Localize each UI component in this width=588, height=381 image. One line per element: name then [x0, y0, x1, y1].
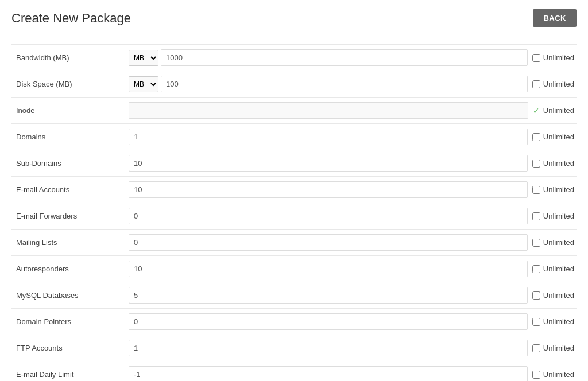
unlimited-checkbox-mailing_lists[interactable] [532, 239, 540, 247]
unlimited-group-autoresponders: Unlimited [532, 265, 574, 273]
unlimited-checkbox-email_daily_limit[interactable] [532, 371, 540, 379]
field-label-ftp_accounts: FTP Accounts [11, 335, 126, 361]
field-label-disk_space: Disk Space (MB) [11, 71, 126, 98]
field-input-cell-domains: Unlimited [126, 124, 577, 150]
unlimited-label-email_daily_limit[interactable]: Unlimited [543, 370, 574, 379]
field-input-sub_domains[interactable] [129, 155, 528, 172]
unit-select-disk_space[interactable]: MBGB [129, 76, 158, 92]
page-header: Create New Package BACK [11, 9, 577, 33]
unit-select-bandwidth[interactable]: MBGB [129, 50, 158, 66]
field-input-cell-mailing_lists: Unlimited [126, 230, 577, 256]
field-input-cell-email_accounts: Unlimited [126, 177, 577, 203]
field-label-domain_pointers: Domain Pointers [11, 309, 126, 335]
field-label-bandwidth: Bandwidth (MB) [11, 45, 126, 71]
field-input-cell-bandwidth: MBGBUnlimited [126, 45, 577, 71]
field-input-cell-email_daily_limit: Unlimited [126, 361, 577, 382]
field-input-cell-disk_space: MBGBUnlimited [126, 71, 577, 98]
form-row: FTP AccountsUnlimited [11, 335, 577, 361]
field-label-email_forwarders: E-mail Forwarders [11, 203, 126, 230]
form-row: DomainsUnlimited [11, 124, 577, 150]
unlimited-group-sub_domains: Unlimited [532, 159, 574, 168]
form-row: Mailing ListsUnlimited [11, 230, 577, 256]
form-row: E-mail AccountsUnlimited [11, 177, 577, 203]
unlimited-group-domains: Unlimited [532, 133, 574, 141]
checkmark-icon: ✓ [533, 106, 540, 115]
field-input-domain_pointers[interactable] [129, 313, 528, 330]
unlimited-checkbox-disk_space[interactable] [532, 80, 540, 88]
unlimited-group-inode: ✓Unlimited [533, 106, 574, 115]
unlimited-label-inode[interactable]: Unlimited [543, 106, 574, 115]
field-label-mysql_databases: MySQL Databases [11, 282, 126, 309]
unlimited-checkbox-domains[interactable] [532, 133, 540, 141]
field-input-bandwidth[interactable] [161, 49, 528, 66]
field-input-email_daily_limit[interactable] [129, 366, 528, 381]
unlimited-label-mysql_databases[interactable]: Unlimited [543, 291, 574, 300]
unlimited-label-domains[interactable]: Unlimited [543, 133, 574, 141]
field-input-cell-inode: ✓Unlimited [126, 98, 577, 124]
unlimited-label-email_forwarders[interactable]: Unlimited [543, 212, 574, 220]
field-input-cell-domain_pointers: Unlimited [126, 309, 577, 335]
field-input-cell-ftp_accounts: Unlimited [126, 335, 577, 361]
unlimited-group-ftp_accounts: Unlimited [532, 344, 574, 352]
form-row: Bandwidth (MB)MBGBUnlimited [11, 45, 577, 71]
field-label-mailing_lists: Mailing Lists [11, 230, 126, 256]
field-input-email_forwarders[interactable] [129, 208, 528, 224]
form-row: Domain PointersUnlimited [11, 309, 577, 335]
page-title: Create New Package [11, 11, 131, 26]
field-input-disk_space[interactable] [161, 76, 528, 92]
field-label-sub_domains: Sub-Domains [11, 150, 126, 177]
field-input-email_accounts[interactable] [129, 181, 528, 198]
field-input-mysql_databases[interactable] [129, 287, 528, 304]
form-row: MySQL DatabasesUnlimited [11, 282, 577, 309]
form-row: Inode✓Unlimited [11, 98, 577, 124]
unlimited-checkbox-sub_domains[interactable] [532, 160, 540, 168]
unlimited-checkbox-bandwidth[interactable] [532, 54, 540, 62]
form-row: Sub-DomainsUnlimited [11, 150, 577, 177]
unlimited-label-sub_domains[interactable]: Unlimited [543, 159, 574, 168]
field-input-autoresponders[interactable] [129, 261, 528, 277]
field-input-mailing_lists[interactable] [129, 234, 528, 251]
form-row: E-mail Daily LimitUnlimited [11, 361, 577, 382]
unlimited-checkbox-domain_pointers[interactable] [532, 318, 540, 326]
unlimited-checkbox-mysql_databases[interactable] [532, 291, 540, 300]
field-label-domains: Domains [11, 124, 126, 150]
unlimited-group-email_forwarders: Unlimited [532, 212, 574, 220]
unlimited-label-mailing_lists[interactable]: Unlimited [543, 238, 574, 247]
unlimited-label-bandwidth[interactable]: Unlimited [543, 53, 574, 62]
unlimited-checkbox-ftp_accounts[interactable] [532, 344, 540, 352]
form-table: Bandwidth (MB)MBGBUnlimitedDisk Space (M… [11, 44, 577, 381]
unlimited-checkbox-email_forwarders[interactable] [532, 212, 540, 220]
field-input-cell-sub_domains: Unlimited [126, 150, 577, 177]
unlimited-group-email_accounts: Unlimited [532, 185, 574, 194]
form-row: Disk Space (MB)MBGBUnlimited [11, 71, 577, 98]
unlimited-group-disk_space: Unlimited [532, 80, 574, 88]
form-row: E-mail ForwardersUnlimited [11, 203, 577, 230]
back-button[interactable]: BACK [533, 9, 577, 27]
unlimited-checkbox-autoresponders[interactable] [532, 265, 540, 273]
unlimited-group-email_daily_limit: Unlimited [532, 370, 574, 379]
unlimited-group-mailing_lists: Unlimited [532, 238, 574, 247]
unlimited-group-bandwidth: Unlimited [532, 53, 574, 62]
field-input-cell-mysql_databases: Unlimited [126, 282, 577, 309]
field-label-email_daily_limit: E-mail Daily Limit [11, 361, 126, 382]
unlimited-label-autoresponders[interactable]: Unlimited [543, 265, 574, 273]
unlimited-label-domain_pointers[interactable]: Unlimited [543, 317, 574, 326]
field-label-inode: Inode [11, 98, 126, 124]
unlimited-label-email_accounts[interactable]: Unlimited [543, 185, 574, 194]
field-input-inode[interactable] [129, 102, 528, 119]
unlimited-label-ftp_accounts[interactable]: Unlimited [543, 344, 574, 352]
field-input-cell-autoresponders: Unlimited [126, 256, 577, 282]
field-input-domains[interactable] [129, 129, 528, 145]
field-input-ftp_accounts[interactable] [129, 340, 528, 356]
unlimited-label-disk_space[interactable]: Unlimited [543, 80, 574, 88]
page-container: Create New Package BACK Bandwidth (MB)MB… [0, 0, 588, 381]
field-input-cell-email_forwarders: Unlimited [126, 203, 577, 230]
unlimited-checkbox-email_accounts[interactable] [532, 186, 540, 194]
form-row: AutorespondersUnlimited [11, 256, 577, 282]
unlimited-group-mysql_databases: Unlimited [532, 291, 574, 300]
unlimited-group-domain_pointers: Unlimited [532, 317, 574, 326]
field-label-autoresponders: Autoresponders [11, 256, 126, 282]
field-label-email_accounts: E-mail Accounts [11, 177, 126, 203]
